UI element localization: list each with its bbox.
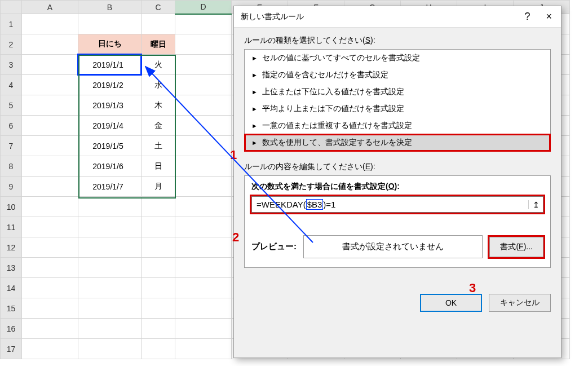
new-formatting-rule-dialog: 新しい書式ルール ? × ルールの種類を選択してください(S): セルの値に基づ…	[233, 6, 562, 358]
row-header-1[interactable]: 1	[1, 14, 22, 34]
cell-C2[interactable]: 曜日	[142, 34, 175, 55]
preview-label: プレビュー:	[251, 241, 297, 252]
cell-C3[interactable]: 火	[142, 55, 175, 75]
ok-button[interactable]: OK	[420, 294, 482, 312]
cell-C6[interactable]: 金	[142, 116, 175, 136]
rule-type-item-3[interactable]: 平均より上または下の値だけを書式設定	[245, 100, 550, 117]
row-header-8[interactable]: 8	[1, 156, 22, 177]
row-header-10[interactable]: 10	[1, 197, 22, 217]
rule-type-label: ルールの種類を選択してください(S):	[244, 36, 551, 46]
row-header-12[interactable]: 12	[1, 237, 22, 258]
rule-type-item-5[interactable]: 数式を使用して、書式設定するセルを決定	[245, 134, 550, 151]
row-header-2[interactable]: 2	[1, 34, 22, 55]
row-header-11[interactable]: 11	[1, 217, 22, 237]
row-header-4[interactable]: 4	[1, 75, 22, 95]
annotation-1: 1	[230, 148, 237, 162]
rule-type-item-4[interactable]: 一意の値または重複する値だけを書式設定	[245, 117, 550, 134]
row-header-14[interactable]: 14	[1, 278, 22, 298]
rule-type-item-1[interactable]: 指定の値を含むセルだけを書式設定	[245, 67, 550, 83]
cell-B4[interactable]: 2019/1/2	[78, 75, 142, 95]
cell-B6[interactable]: 2019/1/4	[78, 116, 142, 136]
cell-C5[interactable]: 木	[142, 95, 175, 116]
cell-B7[interactable]: 2019/1/5	[78, 136, 142, 156]
help-button[interactable]: ?	[522, 11, 532, 23]
row-header-15[interactable]: 15	[1, 298, 22, 319]
dialog-footer: OK キャンセル	[234, 286, 561, 320]
cell-C8[interactable]: 日	[142, 156, 175, 177]
formula-text[interactable]: =WEEKDAY($B3)=1	[252, 197, 528, 212]
row-header-13[interactable]: 13	[1, 258, 22, 278]
col-header-C[interactable]: C	[142, 1, 175, 14]
cell-C7[interactable]: 土	[142, 136, 175, 156]
cell-B9[interactable]: 2019/1/7	[78, 177, 142, 197]
cell-B3[interactable]: 2019/1/1	[78, 55, 142, 75]
row-header-9[interactable]: 9	[1, 177, 22, 197]
row-header-5[interactable]: 5	[1, 95, 22, 116]
cell-C9[interactable]: 月	[142, 177, 175, 197]
close-icon[interactable]: ×	[543, 11, 554, 23]
annotation-3: 3	[469, 281, 476, 296]
row-header-3[interactable]: 3	[1, 55, 22, 75]
col-header-B[interactable]: B	[78, 1, 142, 14]
row-header-6[interactable]: 6	[1, 116, 22, 136]
dialog-title: 新しい書式ルール	[241, 12, 304, 22]
row-header-16[interactable]: 16	[1, 319, 22, 339]
formula-input[interactable]: =WEEKDAY($B3)=1 ↥	[251, 196, 543, 213]
annotation-2: 2	[232, 230, 239, 245]
rule-edit-label: ルールの内容を編集してください(E):	[244, 162, 551, 172]
range-picker-icon[interactable]: ↥	[528, 200, 543, 209]
cell-B8[interactable]: 2019/1/6	[78, 156, 142, 177]
rule-type-item-0[interactable]: セルの値に基づいてすべてのセルを書式設定	[245, 50, 550, 67]
col-header-D[interactable]: D	[175, 1, 232, 14]
cell-B5[interactable]: 2019/1/3	[78, 95, 142, 116]
format-button[interactable]: 書式(F)...	[489, 237, 543, 257]
cell-C4[interactable]: 水	[142, 75, 175, 95]
cell-B2[interactable]: 日にち	[78, 34, 142, 55]
dialog-titlebar[interactable]: 新しい書式ルール ? ×	[234, 6, 561, 28]
row-header-7[interactable]: 7	[1, 136, 22, 156]
rule-type-list[interactable]: セルの値に基づいてすべてのセルを書式設定 指定の値を含むセルだけを書式設定 上位…	[244, 49, 551, 152]
select-all-corner[interactable]	[1, 1, 22, 14]
formula-label: 次の数式を満たす場合に値を書式設定(O):	[251, 182, 543, 192]
row-header-17[interactable]: 17	[1, 339, 22, 359]
preview-box: 書式が設定されていません	[303, 235, 483, 258]
rule-type-item-2[interactable]: 上位または下位に入る値だけを書式設定	[245, 83, 550, 100]
col-header-A[interactable]: A	[22, 1, 78, 14]
formula-cell-reference: $B3	[306, 199, 324, 210]
formula-section: 次の数式を満たす場合に値を書式設定(O): =WEEKDAY($B3)=1 ↥ …	[244, 175, 551, 268]
cancel-button[interactable]: キャンセル	[489, 294, 551, 312]
